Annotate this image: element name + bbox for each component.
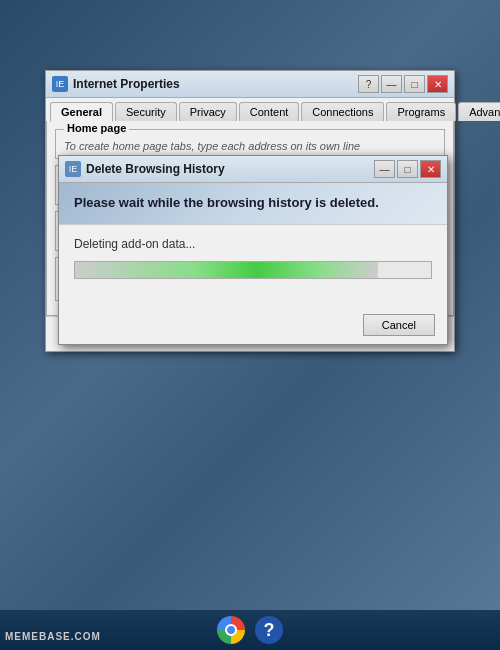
dialog-maximize-button[interactable]: □ <box>397 160 418 178</box>
titlebar-left: IE Internet Properties <box>52 76 180 92</box>
internet-properties-title: Internet Properties <box>73 77 180 91</box>
tab-security[interactable]: Security <box>115 102 177 121</box>
memebase-label: MEMEBASE.COM <box>5 631 101 642</box>
taskbar-icons: ? <box>216 615 284 645</box>
minimize-button[interactable]: — <box>381 75 402 93</box>
home-page-subtext: To create home page tabs, type each addr… <box>64 140 436 152</box>
progress-bar-container <box>74 261 432 279</box>
home-page-label: Home page <box>64 122 129 134</box>
dialog-ie-icon: IE <box>65 161 81 177</box>
tab-general[interactable]: General <box>50 102 113 122</box>
desktop: IE Internet Properties ? — □ ✕ General S… <box>0 0 500 650</box>
dialog-minimize-button[interactable]: — <box>374 160 395 178</box>
deleting-status-text: Deleting add-on data... <box>74 237 432 251</box>
tab-programs[interactable]: Programs <box>386 102 456 121</box>
taskbar-help-icon[interactable]: ? <box>254 615 284 645</box>
close-button[interactable]: ✕ <box>427 75 448 93</box>
dialog-header-banner: Please wait while the browsing history i… <box>59 183 447 225</box>
dialog-title: Delete Browsing History <box>86 162 225 176</box>
question-mark: ? <box>255 616 283 644</box>
dialog-titlebar: IE Delete Browsing History — □ ✕ <box>59 156 447 183</box>
dialog-header-text: Please wait while the browsing history i… <box>74 195 432 212</box>
dialog-body: Deleting add-on data... <box>59 225 447 306</box>
chrome-inner <box>225 624 237 636</box>
tab-connections[interactable]: Connections <box>301 102 384 121</box>
tab-content[interactable]: Content <box>239 102 300 121</box>
dialog-footer: Cancel <box>59 306 447 344</box>
inet-tabs-row: General Security Privacy Content Connect… <box>46 98 454 121</box>
help-button[interactable]: ? <box>358 75 379 93</box>
dialog-controls: — □ ✕ <box>374 160 441 178</box>
dialog-title-left: IE Delete Browsing History <box>65 161 225 177</box>
dialog-close-button[interactable]: ✕ <box>420 160 441 178</box>
internet-properties-titlebar: IE Internet Properties ? — □ ✕ <box>46 71 454 98</box>
dialog-cancel-button[interactable]: Cancel <box>363 314 435 336</box>
progress-bar-fill <box>75 262 378 278</box>
tab-advanced[interactable]: Advanced <box>458 102 500 121</box>
taskbar: MEMEBASE.COM ? <box>0 610 500 650</box>
taskbar-chrome-icon[interactable] <box>216 615 246 645</box>
maximize-button[interactable]: □ <box>404 75 425 93</box>
ie-title-icon: IE <box>52 76 68 92</box>
tab-privacy[interactable]: Privacy <box>179 102 237 121</box>
chrome-circle <box>217 616 245 644</box>
inet-window-controls: ? — □ ✕ <box>358 75 448 93</box>
delete-browsing-history-dialog: IE Delete Browsing History — □ ✕ Please … <box>58 155 448 345</box>
